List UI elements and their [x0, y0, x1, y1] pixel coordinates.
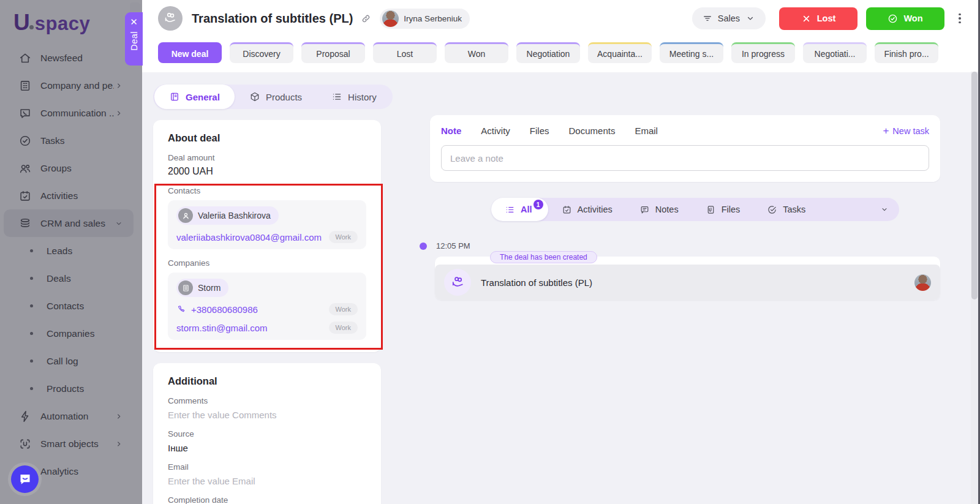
work-badge: Work [329, 231, 358, 243]
chevron-down-icon[interactable] [880, 205, 889, 214]
deal-panel-tab-label: Deal [129, 31, 139, 51]
field-placeholder-comments[interactable]: Enter the value Comments [168, 410, 366, 420]
filter-tasks[interactable]: Tasks [753, 198, 819, 221]
chat-widget-button[interactable] [11, 465, 39, 493]
contact-chip[interactable]: Valeriia Bashkirova [176, 206, 279, 225]
composer-tabs: NoteActivityFilesDocumentsEmail+New task [441, 126, 929, 136]
lost-button[interactable]: Lost [779, 7, 858, 30]
stage-new-deal[interactable]: New deal [158, 42, 222, 63]
new-task-button[interactable]: +New task [883, 126, 929, 136]
filter-label: Activities [578, 205, 612, 214]
tab-label: General [186, 92, 220, 102]
calendar-icon [562, 205, 572, 215]
stage-negotiati[interactable]: Negotiati... [803, 42, 867, 63]
company-phone-row: +380680680986Work [176, 303, 358, 315]
about-deal-title: About deal [168, 132, 366, 144]
page-title: Translation of subtitles (PL) [192, 12, 353, 26]
filter-label: All [521, 205, 532, 214]
filter-all[interactable]: All1 [491, 198, 548, 221]
stage-finish-pro[interactable]: Finish pro... [875, 42, 938, 63]
company-email-row: storm.stin@gmail.comWork [176, 322, 358, 334]
composer-tab-note[interactable]: Note [441, 126, 461, 136]
filter-activities[interactable]: Activities [548, 198, 626, 221]
companies-label: Companies [168, 258, 366, 268]
field-value-source[interactable]: Інше [168, 443, 366, 453]
phone-icon [176, 304, 186, 314]
funnel-icon [702, 13, 713, 24]
timeline-time-row: 12:05 PM [420, 241, 940, 250]
stage-lost[interactable]: Lost [373, 42, 437, 63]
check-circle-icon [888, 13, 898, 24]
filter-label: Tasks [783, 205, 805, 214]
work-badge: Work [329, 303, 358, 315]
won-label: Won [903, 13, 922, 23]
lost-label: Lost [817, 13, 836, 23]
phone-link[interactable]: +380680680986 [176, 304, 258, 315]
deal-owner[interactable]: Iryna Serbeniuk [380, 9, 470, 29]
pipeline-stages: New dealDiscoveryProposalLostWonNegotiat… [142, 37, 980, 72]
event-label: The deal has been created [490, 251, 597, 263]
stage-acquainta[interactable]: Acquainta... [588, 42, 652, 63]
composer-tab-email[interactable]: Email [635, 126, 658, 136]
composer-tab-documents[interactable]: Documents [569, 126, 616, 136]
chat-bubble-icon [18, 472, 32, 487]
timeline-entry-row[interactable]: Translation of subtitles (PL) [435, 265, 940, 300]
note-icon [639, 205, 650, 215]
company-details-box: Storm +380680680986Workstorm.stin@gmail.… [168, 273, 366, 340]
funnel-selector[interactable]: Sales [692, 7, 766, 29]
products-icon [249, 91, 260, 102]
stage-meeting-s[interactable]: Meeting s... [660, 42, 723, 63]
deal-amount-value[interactable]: 2000 UAH [168, 166, 366, 177]
stage-proposal[interactable]: Proposal [301, 42, 365, 63]
activity-column: NoteActivityFilesDocumentsEmail+New task… [430, 115, 940, 300]
sidebar-dim-overlay [0, 0, 142, 504]
field-label-email: Email [168, 462, 366, 472]
more-actions-button[interactable] [951, 9, 969, 28]
stage-negotiation[interactable]: Negotiation [516, 42, 580, 63]
deal-header: Translation of subtitles (PL) Iryna Serb… [142, 0, 980, 37]
email-link[interactable]: valeriiabashkirova0804@gmail.com [176, 232, 322, 243]
tab-label: History [348, 92, 377, 102]
file-icon [706, 205, 716, 215]
filter-notes[interactable]: Notes [626, 198, 692, 221]
contact-details-box: Valeriia Bashkirova valeriiabashkirova08… [168, 200, 366, 249]
timeline-dot-icon [420, 243, 427, 250]
sidebar: U spacy NewsfeedCompany and pe...Communi… [0, 0, 142, 504]
won-button[interactable]: Won [866, 7, 944, 30]
stage-won[interactable]: Won [445, 42, 508, 63]
general-icon [169, 91, 180, 102]
scrollbar-thumb[interactable] [971, 72, 978, 299]
field-label-completion-date: Completion date [168, 495, 366, 504]
email-value: valeriiabashkirova0804@gmail.com [176, 232, 322, 243]
contacts-label: Contacts [168, 186, 366, 195]
funnel-label: Sales [718, 13, 740, 23]
note-input[interactable] [441, 145, 929, 171]
company-name: Storm [198, 283, 221, 293]
tab-general[interactable]: General [154, 85, 235, 109]
company-chip[interactable]: Storm [176, 279, 228, 297]
stage-in-progress[interactable]: In progress [731, 42, 795, 63]
composer-tab-files[interactable]: Files [530, 126, 549, 136]
deal-avatar [158, 6, 183, 31]
avatar [382, 10, 399, 27]
email-link[interactable]: storm.stin@gmail.com [176, 323, 268, 333]
tab-products[interactable]: Products [235, 85, 317, 109]
composer-tab-activity[interactable]: Activity [481, 126, 510, 136]
copy-link-icon[interactable] [361, 13, 371, 24]
deal-panel-tab[interactable]: ✕ Deal [125, 12, 143, 66]
field-label-comments: Comments [168, 396, 366, 405]
tab-history[interactable]: History [317, 85, 391, 109]
entry-title: Translation of subtitles (PL) [481, 277, 592, 288]
stage-discovery[interactable]: Discovery [230, 42, 293, 63]
close-icon[interactable]: ✕ [130, 17, 138, 26]
scrollbar-track[interactable] [971, 72, 978, 504]
plus-icon: + [883, 126, 889, 136]
x-icon [801, 13, 812, 24]
deal-details-column: About deal Deal amount 2000 UAH Contacts… [153, 115, 381, 504]
collapsed-panel-tab[interactable] [130, 2, 140, 12]
field-placeholder-email[interactable]: Enter the value Email [168, 476, 366, 486]
timeline-filter-bar: All1ActivitiesNotesFilesTasks [491, 198, 899, 221]
new-task-label: New task [892, 126, 929, 136]
additional-card: Additional CommentsEnter the value Comme… [153, 363, 381, 504]
filter-files[interactable]: Files [692, 198, 754, 221]
